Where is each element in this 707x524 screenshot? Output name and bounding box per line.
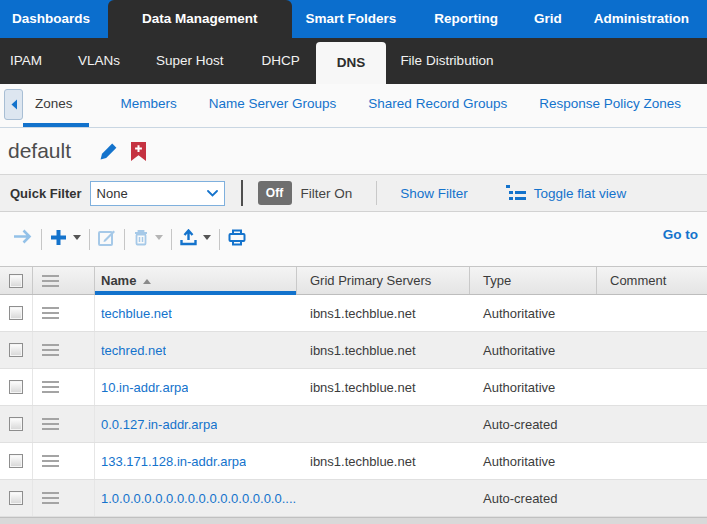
subnav-item-dns[interactable]: DNS xyxy=(316,42,387,84)
quick-filter-bar: Quick Filter None Off Filter On Show Fil… xyxy=(0,174,707,212)
edit-view-button[interactable] xyxy=(99,142,118,161)
page-title: default xyxy=(8,139,71,163)
quick-filter-selected-value: None xyxy=(97,186,128,201)
divider xyxy=(241,180,243,206)
nav-item-reporting[interactable]: Reporting xyxy=(432,0,500,38)
divider xyxy=(376,181,377,205)
comment-cell xyxy=(597,406,707,442)
column-header-grid-primary-servers[interactable]: Grid Primary Servers xyxy=(297,267,470,294)
type-cell: Authoritative xyxy=(470,295,597,331)
column-config-cell xyxy=(33,267,95,294)
comment-cell xyxy=(597,480,707,516)
zone-link[interactable]: 133.171.128.in-addr.arpa xyxy=(101,454,246,469)
divider xyxy=(89,229,90,250)
table-row: 0.0.127.in-addr.arpa Auto-created xyxy=(0,406,707,443)
table-row: techblue.net ibns1.techblue.net Authorit… xyxy=(0,295,707,332)
row-checkbox[interactable] xyxy=(9,343,23,357)
nav-item-dashboards[interactable]: Dashboards xyxy=(10,0,92,38)
flat-view-icon[interactable] xyxy=(506,185,526,202)
bookmark-add-icon xyxy=(131,142,146,161)
column-header-type[interactable]: Type xyxy=(470,267,597,294)
type-cell: Authoritative xyxy=(470,332,597,368)
row-menu-icon[interactable] xyxy=(42,344,59,356)
row-menu-icon[interactable] xyxy=(42,307,59,319)
open-record-button[interactable] xyxy=(13,229,33,244)
arrow-right-icon xyxy=(13,229,33,244)
toggle-flat-view-link[interactable]: Toggle flat view xyxy=(534,186,626,201)
nav-item-smart-folders[interactable]: Smart Folders xyxy=(304,0,399,38)
divider xyxy=(171,229,172,250)
subnav-item-ipam[interactable]: IPAM xyxy=(8,38,44,84)
divider xyxy=(41,229,42,250)
sort-asc-icon xyxy=(143,279,151,284)
row-checkbox[interactable] xyxy=(9,417,23,431)
quick-filter-select[interactable]: None xyxy=(90,181,225,206)
divider xyxy=(124,229,125,250)
view-tabs: Zones Members Name Server Groups Shared … xyxy=(0,84,707,128)
row-menu-icon[interactable] xyxy=(42,492,59,504)
tab-shared-record-groups[interactable]: Shared Record Groups xyxy=(368,84,507,127)
app-window: Dashboards Data Management Smart Folders… xyxy=(0,0,707,524)
zone-link[interactable]: 10.in-addr.arpa xyxy=(101,380,188,395)
printer-icon xyxy=(228,229,246,246)
print-button[interactable] xyxy=(228,229,246,246)
tab-name-server-groups[interactable]: Name Server Groups xyxy=(209,84,337,127)
grid-primary-cell: ibns1.techblue.net xyxy=(297,443,470,479)
subnav-item-file-distribution[interactable]: File Distribution xyxy=(398,38,495,84)
type-cell: Auto-created xyxy=(470,480,597,516)
type-cell: Authoritative xyxy=(470,443,597,479)
nav-item-data-management[interactable]: Data Management xyxy=(108,0,292,38)
column-config-icon[interactable] xyxy=(42,275,59,287)
subnav-item-vlans[interactable]: VLANs xyxy=(76,38,122,84)
add-button[interactable] xyxy=(50,229,67,246)
collapse-panel-button[interactable] xyxy=(4,89,23,120)
export-menu-caret[interactable] xyxy=(203,235,211,240)
subnav-item-dhcp[interactable]: DHCP xyxy=(260,38,302,84)
edit-button[interactable] xyxy=(98,229,116,246)
add-bookmark-button[interactable] xyxy=(131,142,146,161)
tab-members[interactable]: Members xyxy=(121,84,177,127)
trash-icon xyxy=(133,229,149,246)
quick-filter-label: Quick Filter xyxy=(10,186,82,201)
nav-item-grid[interactable]: Grid xyxy=(532,0,564,38)
row-checkbox[interactable] xyxy=(9,306,23,320)
add-menu-caret[interactable] xyxy=(73,235,81,240)
row-menu-icon[interactable] xyxy=(42,418,59,430)
pencil-icon xyxy=(99,142,118,161)
row-menu-icon[interactable] xyxy=(42,381,59,393)
tab-response-policy-zones[interactable]: Response Policy Zones xyxy=(539,84,681,127)
page-header: default xyxy=(0,128,707,174)
table-row: 1.0.0.0.0.0.0.0.0.0.0.0.0.0.0.0.0.... Au… xyxy=(0,480,707,517)
subnav-item-super-host[interactable]: Super Host xyxy=(154,38,226,84)
chevron-left-icon xyxy=(10,99,18,110)
delete-menu-caret[interactable] xyxy=(155,235,163,240)
zone-link[interactable]: techred.net xyxy=(101,343,166,358)
chevron-down-icon xyxy=(207,190,218,197)
plus-icon xyxy=(50,229,67,246)
nav-item-administration[interactable]: Administration xyxy=(592,0,691,38)
zone-link[interactable]: techblue.net xyxy=(101,306,172,321)
delete-button[interactable] xyxy=(133,229,149,246)
select-all-checkbox[interactable] xyxy=(9,274,23,288)
table-row: techred.net ibns1.techblue.net Authorita… xyxy=(0,332,707,369)
column-header-comment[interactable]: Comment xyxy=(597,267,707,294)
row-checkbox[interactable] xyxy=(9,454,23,468)
main-nav: Dashboards Data Management Smart Folders… xyxy=(0,0,707,38)
show-filter-link[interactable]: Show Filter xyxy=(400,186,468,201)
export-button[interactable] xyxy=(180,229,197,246)
table-row: 10.in-addr.arpa ibns1.techblue.net Autho… xyxy=(0,369,707,406)
row-menu-icon[interactable] xyxy=(42,455,59,467)
tab-zones[interactable]: Zones xyxy=(23,84,89,127)
horizontal-scrollbar[interactable] xyxy=(0,517,707,524)
go-to-link[interactable]: Go to xyxy=(663,227,698,242)
column-header-name[interactable]: Name xyxy=(95,267,297,294)
type-cell: Auto-created xyxy=(470,406,597,442)
zone-link[interactable]: 0.0.127.in-addr.arpa xyxy=(101,417,217,432)
filter-on-toggle[interactable]: Off xyxy=(258,181,292,205)
row-checkbox[interactable] xyxy=(9,491,23,505)
zone-link[interactable]: 1.0.0.0.0.0.0.0.0.0.0.0.0.0.0.0.0.... xyxy=(101,491,296,506)
row-checkbox[interactable] xyxy=(9,380,23,394)
divider xyxy=(219,229,220,250)
sub-nav: IPAM VLANs Super Host DHCP DNS File Dist… xyxy=(0,38,707,84)
comment-cell xyxy=(597,332,707,368)
